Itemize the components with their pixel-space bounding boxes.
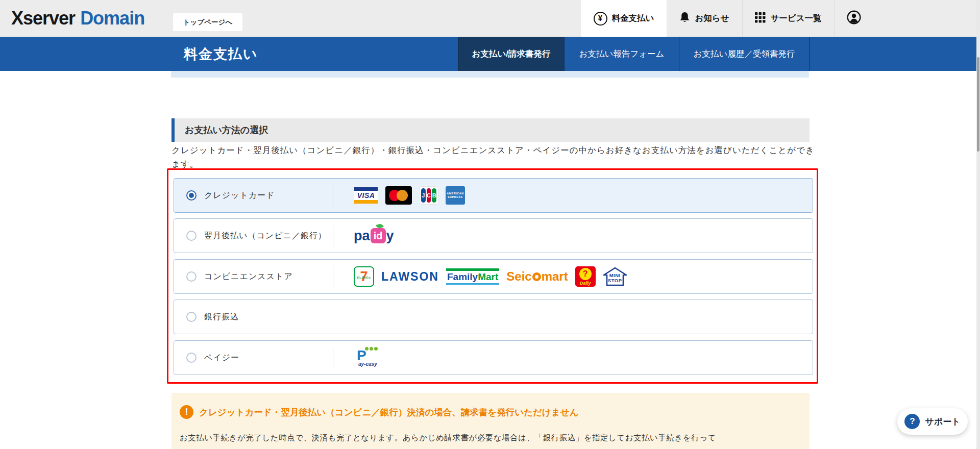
familymart-logo-icon: FamilyMart bbox=[446, 268, 499, 285]
logo-text-domain: Domain bbox=[80, 8, 144, 29]
nav-item-account[interactable] bbox=[834, 0, 873, 37]
bell-icon bbox=[679, 11, 690, 26]
seicomart-logo-icon: Seicmart bbox=[506, 269, 568, 284]
tab-payment-report[interactable]: お支払い報告フォーム bbox=[564, 37, 679, 71]
page-title: 料金支払い bbox=[184, 37, 258, 71]
payment-logos: P ay-easy bbox=[354, 341, 378, 375]
nav-item-payment[interactable]: ¥ 料金支払い bbox=[581, 0, 667, 37]
exclamation-icon: ! bbox=[180, 405, 193, 419]
payment-option-label: コンビニエンスストア bbox=[204, 271, 293, 282]
row-divider bbox=[333, 185, 333, 207]
scrollbar-track[interactable] bbox=[976, 0, 980, 449]
yen-circle-icon: ¥ bbox=[594, 12, 607, 26]
tab-payment-invoice[interactable]: お支払い/請求書発行 bbox=[458, 37, 564, 71]
jcb-logo-icon: JCB bbox=[419, 186, 438, 205]
support-button[interactable]: ? サポート bbox=[897, 408, 968, 435]
row-divider bbox=[333, 347, 333, 369]
row-divider bbox=[333, 225, 333, 247]
support-button-label: サポート bbox=[925, 416, 960, 428]
tab-payment-history[interactable]: お支払い履歴／受領書発行 bbox=[679, 37, 810, 71]
payment-logos: paidy bbox=[354, 219, 394, 253]
payment-option-convenience-store[interactable]: コンビニエンスストア 7ELEVEn LAWSON FamilyMart Sei… bbox=[174, 259, 813, 294]
top-page-button[interactable]: トップページへ bbox=[173, 13, 242, 31]
payment-option-payeasy[interactable]: ペイジー P ay-easy bbox=[174, 340, 813, 375]
daily-yamazaki-logo-icon: ?Daily bbox=[575, 266, 596, 287]
payment-option-label: 銀行振込 bbox=[204, 312, 239, 322]
amex-logo-icon: AMERICANEXPRESS bbox=[446, 186, 465, 205]
pay-easy-logo-icon: P ay-easy bbox=[354, 345, 378, 370]
mastercard-logo-icon bbox=[385, 186, 412, 205]
notice-box: ! クレジットカード・翌月後払い（コンビニ／銀行）決済の場合、請求書を発行いただ… bbox=[172, 393, 810, 449]
radio-unselected[interactable] bbox=[186, 353, 197, 363]
logo-text-xserver: Xserver bbox=[11, 8, 75, 29]
screen: Xserver Domain トップページへ ¥ 料金支払い お知らせ サービス… bbox=[0, 0, 980, 449]
radio-unselected[interactable] bbox=[186, 271, 197, 282]
radio-unselected[interactable] bbox=[186, 231, 197, 241]
ministop-logo-icon: MINISTOP bbox=[603, 266, 627, 287]
nav-payment-label: 料金支払い bbox=[612, 13, 654, 24]
paidy-logo-icon: paidy bbox=[354, 228, 394, 244]
highlight-red-box: クレジットカード VISA JCB AMERICANEXPRESS 翌月後払い（… bbox=[167, 168, 818, 384]
account-icon bbox=[847, 10, 861, 27]
row-divider bbox=[333, 266, 333, 288]
nav-services-label: サービス一覧 bbox=[770, 13, 821, 24]
notice-title-text: クレジットカード・翌月後払い（コンビニ／銀行）決済の場合、請求書を発行いただけま… bbox=[199, 406, 579, 418]
radio-selected[interactable] bbox=[186, 190, 197, 201]
payment-option-bank-transfer[interactable]: 銀行振込 bbox=[174, 300, 813, 334]
section-description: クレジットカード・翌月後払い（コンビニ／銀行）・銀行振込・コンビニエンスストア・… bbox=[172, 143, 820, 171]
content-top-strip bbox=[171, 71, 809, 78]
section-heading-label: お支払い方法の選択 bbox=[185, 124, 268, 136]
grid-icon bbox=[755, 12, 766, 25]
question-circle-icon: ? bbox=[904, 414, 920, 429]
nav-item-services[interactable]: サービス一覧 bbox=[742, 0, 834, 37]
payment-option-paidy[interactable]: 翌月後払い（コンビニ／銀行） paidy bbox=[174, 218, 813, 253]
top-header: Xserver Domain トップページへ ¥ 料金支払い お知らせ サービス… bbox=[0, 0, 980, 37]
radio-unselected[interactable] bbox=[186, 312, 197, 322]
payment-logos: VISA JCB AMERICANEXPRESS bbox=[354, 179, 465, 212]
notice-title: ! クレジットカード・翌月後払い（コンビニ／銀行）決済の場合、請求書を発行いただ… bbox=[180, 405, 579, 419]
payment-option-label: クレジットカード bbox=[204, 190, 275, 201]
scrollbar-thumb[interactable] bbox=[977, 57, 979, 152]
payment-option-credit-card[interactable]: クレジットカード VISA JCB AMERICANEXPRESS bbox=[174, 178, 813, 213]
seven-eleven-logo-icon: 7ELEVEn bbox=[354, 266, 374, 287]
nav-news-label: お知らせ bbox=[695, 13, 729, 24]
payment-option-label: ペイジー bbox=[204, 353, 239, 363]
nav-item-news[interactable]: お知らせ bbox=[667, 0, 742, 37]
notice-body: お支払い手続きが完了した時点で、決済も完了となります。あらかじめ請求書が必要な場… bbox=[180, 433, 716, 443]
payment-option-label: 翌月後払い（コンビニ／銀行） bbox=[204, 231, 327, 241]
lawson-logo-icon: LAWSON bbox=[381, 270, 439, 284]
payment-logos: 7ELEVEn LAWSON FamilyMart Seicmart ?Dail… bbox=[354, 260, 627, 293]
site-logo[interactable]: Xserver Domain bbox=[11, 0, 144, 37]
visa-logo-icon: VISA bbox=[354, 187, 378, 204]
section-heading: お支払い方法の選択 bbox=[172, 118, 810, 142]
page-header-bar: 料金支払い お支払い/請求書発行 お支払い報告フォーム お支払い履歴／受領書発行 bbox=[0, 37, 980, 71]
